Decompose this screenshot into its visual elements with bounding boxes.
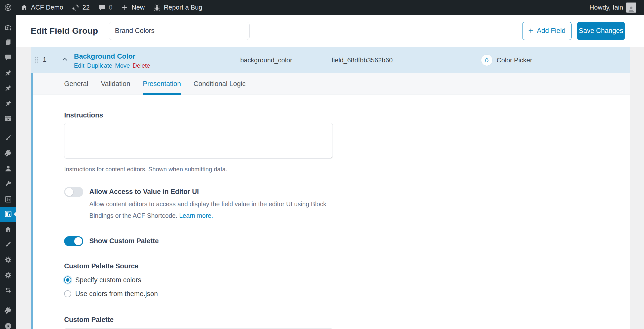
allow-access-setting: Allow Access to Value in Editor UI Allow… [64, 187, 630, 222]
avatar [626, 3, 636, 13]
comments-icon [98, 4, 106, 11]
field-key: field_68dfbb3562b60 [332, 56, 393, 64]
drag-handle[interactable] [35, 56, 39, 64]
sidebar-item-users[interactable] [0, 161, 16, 176]
field-type: Color Picker [481, 54, 532, 66]
radio-label: Specify custom colors [75, 276, 141, 284]
site-menu-item[interactable]: ACF Demo [16, 0, 68, 15]
show-custom-palette-setting: Show Custom Palette [64, 236, 630, 246]
learn-more-link[interactable]: Learn more. [179, 212, 213, 219]
tab-conditional-logic[interactable]: Conditional Logic [193, 73, 246, 95]
pin-icon [4, 84, 12, 93]
gear-icon [4, 256, 12, 265]
sidebar-item-comments[interactable] [0, 50, 16, 65]
sidebar-item-options-1[interactable] [0, 253, 16, 268]
sidebar-item-home[interactable] [0, 222, 16, 237]
field-group-title-input[interactable] [109, 22, 250, 40]
radio-label: Use colors from theme.json [75, 290, 158, 298]
video-icon [4, 114, 12, 123]
custom-palette-label: Custom Palette [64, 316, 630, 324]
gear-icon [4, 271, 12, 280]
pin-icon [4, 99, 12, 108]
howdy-text: Howdy, Iain [589, 4, 623, 11]
sidebar-item-cpt-2[interactable] [0, 81, 16, 96]
settings-sliders-icon [4, 195, 12, 204]
sidebar-item-plugin-extra[interactable] [0, 303, 16, 318]
site-name: ACF Demo [31, 4, 63, 11]
field-actions: Edit Duplicate Move Delete [74, 62, 150, 69]
sidebar-item-video[interactable] [0, 111, 16, 126]
tools-wrench-icon [4, 180, 12, 189]
new-menu-item[interactable]: New [117, 0, 149, 15]
plugins-icon [4, 149, 12, 158]
wordpress-logo[interactable] [0, 0, 16, 15]
field-settings-accent-border [31, 73, 33, 329]
droplet-icon [484, 57, 490, 63]
duplicate-field-link[interactable]: Duplicate [87, 62, 112, 69]
tab-general[interactable]: General [64, 73, 88, 95]
sidebar-item-plugins[interactable] [0, 146, 16, 161]
instructions-help-text: Instructions for content editors. Shown … [64, 166, 630, 173]
sidebar-item-cpt-3[interactable] [0, 96, 16, 111]
plug-icon [4, 307, 12, 315]
sidebar-item-settings[interactable] [0, 192, 16, 207]
custom-palette-input[interactable] [64, 328, 333, 329]
show-custom-palette-toggle[interactable] [64, 236, 83, 246]
instructions-label: Instructions [64, 111, 630, 119]
field-settings-content: Instructions Instructions for content ed… [33, 95, 630, 329]
radio-checked-icon[interactable] [64, 276, 71, 283]
pin-icon [4, 69, 12, 78]
field-settings-tabbar: General Validation Presentation Conditio… [33, 73, 630, 95]
admin-sidebar [0, 0, 16, 329]
sidebar-item-acf[interactable] [0, 207, 16, 222]
move-field-link[interactable]: Move [115, 62, 130, 69]
show-custom-palette-label: Show Custom Palette [89, 237, 159, 245]
field-title-link[interactable]: Background Color [74, 52, 150, 60]
page-header: Edit Field Group + Add Field Save Change… [16, 15, 644, 47]
page-title: Edit Field Group [31, 26, 98, 36]
sidebar-item-options-2[interactable] [0, 268, 16, 283]
tab-validation[interactable]: Validation [101, 73, 130, 95]
sidebar-item-appearance[interactable] [0, 131, 16, 146]
sidebar-item-cpt-1[interactable] [0, 66, 16, 81]
pages-icon [4, 38, 12, 47]
allow-access-toggle[interactable] [64, 187, 83, 197]
allow-access-label: Allow Access to Value in Editor UI [89, 187, 335, 196]
comments-icon [4, 53, 12, 62]
appearance-brush-icon [4, 134, 12, 143]
delete-field-link[interactable]: Delete [133, 62, 150, 69]
report-bug-label: Report a Bug [164, 4, 202, 11]
edit-field-link[interactable]: Edit [74, 62, 84, 69]
sidebar-item-tools[interactable] [0, 177, 16, 192]
toggle-knob [65, 188, 73, 196]
account-menu-item[interactable]: Howdy, Iain [585, 3, 640, 13]
sidebar-item-video-tutorials[interactable] [0, 319, 16, 329]
field-type-label: Color Picker [497, 56, 532, 64]
field-order: 1 [43, 56, 47, 64]
field-name: background_color [240, 56, 292, 64]
acf-icon [4, 210, 12, 219]
report-bug-menu-item[interactable]: Report a Bug [149, 0, 207, 15]
save-changes-button[interactable]: Save Changes [577, 22, 625, 40]
radio-specify-custom-colors[interactable]: Specify custom colors [64, 276, 630, 284]
sidebar-item-media[interactable] [0, 20, 16, 35]
sidebar-item-theme-tools[interactable] [0, 237, 16, 252]
instructions-textarea[interactable] [64, 123, 333, 159]
comments-menu-item[interactable]: 0 [94, 0, 117, 15]
updates-menu-item[interactable]: 22 [68, 0, 94, 15]
radio-unchecked-icon[interactable] [64, 290, 71, 297]
brush-icon [4, 240, 12, 249]
add-field-button[interactable]: + Add Field [522, 22, 572, 40]
allow-access-description: Allow content editors to access and disp… [89, 198, 335, 222]
wordpress-icon [4, 4, 12, 11]
toggle-knob [74, 237, 82, 245]
sidebar-item-pages[interactable] [0, 35, 16, 50]
radio-use-theme-json[interactable]: Use colors from theme.json [64, 290, 630, 298]
collapse-field-button[interactable] [61, 55, 69, 63]
sidebar-item-migrate[interactable] [0, 283, 16, 298]
add-field-label: Add Field [537, 27, 566, 35]
comment-count: 0 [109, 4, 112, 11]
new-label: New [132, 4, 145, 11]
home-icon [4, 226, 12, 234]
tab-presentation[interactable]: Presentation [143, 73, 181, 95]
